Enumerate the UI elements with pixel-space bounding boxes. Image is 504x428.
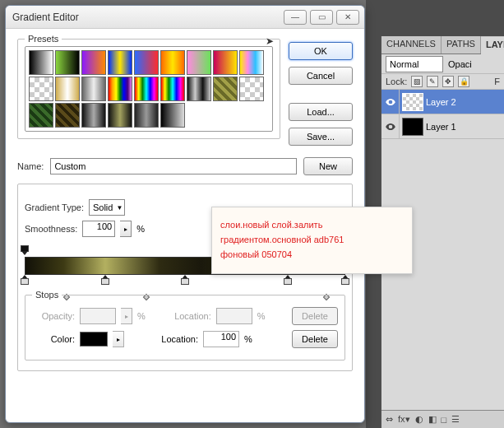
opacity-input	[80, 308, 116, 324]
preset-swatch[interactable]	[213, 50, 238, 75]
color-stop[interactable]	[21, 275, 29, 285]
preset-swatch[interactable]	[81, 103, 106, 128]
layer-thumbnail[interactable]	[402, 118, 423, 136]
location2-unit: %	[244, 334, 252, 344]
visibility-icon[interactable]	[381, 114, 400, 139]
preset-swatch[interactable]	[29, 50, 53, 75]
color-stop[interactable]	[181, 275, 189, 285]
group-icon[interactable]: □	[442, 415, 447, 425]
new-button[interactable]: New	[303, 157, 353, 175]
layer-thumbnail[interactable]	[402, 93, 423, 111]
link-layers-icon[interactable]: ⇔	[386, 414, 393, 425]
preset-swatch[interactable]	[187, 50, 211, 75]
chevron-down-icon: ▼	[116, 204, 123, 212]
color-stepper[interactable]: ▸	[113, 331, 124, 347]
preset-swatch[interactable]	[29, 103, 53, 128]
window-title: Gradient Editor	[11, 12, 280, 23]
preset-swatch[interactable]	[29, 77, 53, 101]
smoothness-label: Smoothness:	[25, 224, 77, 234]
preset-swatch[interactable]	[160, 77, 185, 101]
gradient-type-value: Solid	[93, 202, 113, 212]
presets-grid: ➤	[25, 46, 273, 132]
delete-opacity-stop-button: Delete	[292, 307, 338, 325]
color-stop[interactable]	[284, 275, 292, 285]
name-label: Name:	[17, 161, 44, 171]
layer-row[interactable]: Layer 1	[381, 114, 504, 139]
smoothness-unit: %	[136, 224, 145, 234]
lock-position-icon[interactable]: ✥	[442, 76, 454, 87]
fx-icon[interactable]: fx▾	[398, 414, 410, 425]
location2-label: Location:	[155, 334, 198, 344]
ok-button[interactable]: OK	[289, 42, 353, 60]
presets-menu-icon[interactable]: ➤	[266, 35, 274, 47]
maximize-button[interactable]: ▭	[310, 10, 333, 25]
preset-swatch[interactable]	[239, 77, 264, 101]
opacity-label: Opacity:	[32, 311, 75, 321]
color-label: Color:	[32, 334, 75, 344]
preset-swatch[interactable]	[187, 77, 211, 101]
lock-all-icon[interactable]: 🔒	[458, 76, 469, 87]
lock-transparency-icon[interactable]: ▧	[411, 76, 423, 87]
lock-paint-icon[interactable]: ✎	[427, 76, 438, 87]
tab-layers[interactable]: LAYER	[481, 37, 504, 54]
preset-swatch[interactable]	[108, 50, 132, 75]
layer-row[interactable]: Layer 2	[381, 90, 504, 114]
gradient-type-select[interactable]: Solid ▼	[89, 199, 125, 216]
preset-swatch[interactable]	[213, 77, 238, 101]
smoothness-input[interactable]: 100	[82, 221, 115, 237]
location1-input	[216, 308, 252, 324]
layers-footer: ⇔ fx▾ ◐ ◧ □ ☰	[381, 410, 504, 428]
smoothness-stepper[interactable]: ▸	[120, 221, 132, 237]
preset-swatch[interactable]	[55, 50, 80, 75]
color-stop[interactable]	[341, 275, 349, 285]
preset-swatch[interactable]	[55, 103, 80, 128]
tab-channels[interactable]: CHANNELS	[381, 36, 442, 54]
location1-unit: %	[257, 311, 266, 321]
opacity-stepper: ▸	[121, 308, 132, 324]
presets-legend: Presets	[25, 34, 62, 44]
titlebar: Gradient Editor — ▭ ✕	[6, 6, 364, 29]
gradient-type-label: Gradient Type:	[25, 202, 84, 212]
preset-swatch[interactable]	[81, 77, 106, 101]
save-button[interactable]: Save...	[289, 128, 353, 146]
opacity-unit: %	[137, 311, 146, 321]
tooltip-note: слои.новый слой.залить градиентом.основн…	[211, 207, 413, 274]
location1-label: Location:	[169, 311, 211, 321]
preset-swatch[interactable]	[134, 50, 159, 75]
lock-label: Lock:	[386, 77, 407, 86]
layer-name: Layer 1	[426, 122, 456, 132]
adjustment-icon[interactable]: ◧	[428, 414, 437, 425]
preset-swatch[interactable]	[134, 103, 159, 128]
preset-swatch[interactable]	[55, 77, 80, 101]
presets-fieldset: Presets ➤	[17, 39, 280, 139]
location2-input[interactable]: 100	[203, 331, 239, 347]
close-button[interactable]: ✕	[336, 10, 359, 25]
fill-label: F	[494, 77, 500, 86]
delete-color-stop-button[interactable]: Delete	[292, 330, 338, 348]
name-input[interactable]	[50, 158, 297, 174]
visibility-icon[interactable]	[381, 90, 400, 114]
color-stop[interactable]	[101, 275, 109, 285]
cancel-button[interactable]: Cancel	[289, 67, 353, 85]
preset-swatch[interactable]	[160, 50, 185, 75]
blend-mode-select[interactable]: Normal	[386, 56, 443, 72]
minimize-button[interactable]: —	[284, 10, 307, 25]
new-layer-icon[interactable]: ☰	[451, 414, 460, 425]
preset-swatch[interactable]	[134, 77, 159, 101]
preset-swatch[interactable]	[239, 50, 264, 75]
preset-swatch[interactable]	[81, 50, 106, 75]
preset-swatch[interactable]	[160, 103, 185, 128]
color-stops-track[interactable]	[25, 275, 345, 286]
mask-icon[interactable]: ◐	[415, 414, 423, 425]
opacity-stop[interactable]	[21, 245, 29, 255]
preset-swatch[interactable]	[108, 103, 132, 128]
tab-paths[interactable]: PATHS	[442, 36, 481, 54]
color-swatch[interactable]	[80, 332, 108, 347]
load-button[interactable]: Load...	[289, 103, 353, 121]
opacity-panel-label: Opaci	[448, 59, 472, 69]
stops-legend: Stops	[32, 290, 62, 300]
layer-name: Layer 2	[426, 97, 456, 107]
preset-swatch[interactable]	[108, 77, 132, 101]
